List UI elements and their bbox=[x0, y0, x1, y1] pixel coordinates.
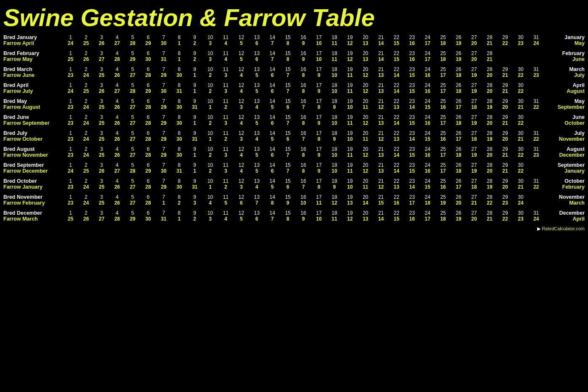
bred-day-31: 31 bbox=[530, 130, 543, 136]
bred-day-2: 2 bbox=[80, 162, 92, 168]
farrow-day-14: 7 bbox=[266, 40, 278, 46]
farrow-day-27: 19 bbox=[468, 72, 480, 78]
farrow-day-7: 30 bbox=[158, 88, 170, 94]
farrow-day-10: 1 bbox=[204, 104, 217, 110]
bred-day-30: 30 bbox=[514, 146, 527, 152]
bred-day-9: 9 bbox=[189, 162, 201, 168]
farrow-day-1: 24 bbox=[64, 40, 77, 46]
farrow-day-7: 29 bbox=[158, 72, 170, 78]
farrow-day-25: 17 bbox=[437, 168, 449, 174]
bred-day-9: 9 bbox=[189, 50, 201, 56]
bred-day-12: 12 bbox=[235, 114, 247, 120]
bred-day-11: 11 bbox=[220, 66, 232, 72]
bred-day-29: 29 bbox=[499, 114, 512, 120]
bred-day-31 bbox=[530, 114, 543, 120]
farrow-day-13: 5 bbox=[250, 168, 263, 174]
farrow-day-2: 26 bbox=[80, 56, 92, 62]
bred-day-31: 31 bbox=[530, 146, 543, 152]
bred-day-26: 26 bbox=[452, 194, 465, 200]
bred-day-31: 31 bbox=[530, 98, 543, 104]
farrow-day-13: 5 bbox=[250, 120, 263, 126]
farrow-day-10: 1 bbox=[204, 136, 217, 142]
bred-day-13: 13 bbox=[250, 66, 263, 72]
bred-day-14: 14 bbox=[266, 66, 278, 72]
bred-day-29: 29 bbox=[499, 210, 512, 216]
bred-day-12: 12 bbox=[235, 34, 247, 40]
farrow-day-2: 24 bbox=[80, 184, 92, 190]
bred-day-20: 20 bbox=[359, 130, 372, 136]
farrow-day-11: 2 bbox=[220, 136, 232, 142]
farrow-day-17: 9 bbox=[312, 88, 325, 94]
bred-day-16: 16 bbox=[297, 82, 310, 88]
farrow-day-29: 22 bbox=[499, 40, 512, 46]
bred-day-23: 23 bbox=[406, 66, 418, 72]
farrow-day-20: 14 bbox=[359, 200, 372, 206]
farrow-day-20: 12 bbox=[359, 168, 372, 174]
bred-day-2: 2 bbox=[80, 194, 92, 200]
farrow-day-30: 22 bbox=[514, 120, 527, 126]
bred-day-28: 28 bbox=[483, 50, 496, 56]
farrow-day-11: 4 bbox=[220, 56, 232, 62]
farrow-day-21: 14 bbox=[375, 40, 387, 46]
farrow-day-17: 9 bbox=[312, 120, 325, 126]
farrow-day-19: 12 bbox=[344, 56, 356, 62]
month-group-10: Bred October1234567891011121314151617181… bbox=[3, 178, 585, 190]
farrow-day-3: 25 bbox=[95, 184, 108, 190]
bred-day-15: 15 bbox=[281, 50, 294, 56]
farrow-row: Farrow March2526272829303112345678910111… bbox=[3, 216, 585, 222]
farrow-month-right: February bbox=[543, 184, 585, 190]
bred-day-16: 16 bbox=[297, 114, 310, 120]
farrow-day-4: 27 bbox=[111, 88, 123, 94]
farrow-day-5: 27 bbox=[126, 184, 139, 190]
farrow-day-5: 29 bbox=[126, 56, 139, 62]
bred-day-25: 25 bbox=[437, 34, 449, 40]
farrow-numbers: 2324252627282930311234567891011121314151… bbox=[64, 184, 543, 190]
farrow-day-6: 29 bbox=[142, 40, 155, 46]
bred-day-26: 26 bbox=[452, 130, 465, 136]
bred-day-21: 21 bbox=[375, 146, 387, 152]
farrow-day-5: 27 bbox=[126, 72, 139, 78]
bred-month-right: February bbox=[543, 50, 585, 56]
farrow-day-27: 18 bbox=[468, 136, 480, 142]
farrow-day-23: 14 bbox=[406, 104, 418, 110]
farrow-day-17: 9 bbox=[312, 72, 325, 78]
bred-day-30: 30 bbox=[514, 210, 527, 216]
bred-day-8: 8 bbox=[173, 66, 186, 72]
farrow-day-17: 11 bbox=[312, 200, 325, 206]
farrow-day-15: 6 bbox=[281, 104, 294, 110]
farrow-day-1: 23 bbox=[64, 184, 77, 190]
bred-day-18: 18 bbox=[328, 178, 341, 184]
farrow-day-25: 19 bbox=[437, 200, 449, 206]
farrow-day-2: 24 bbox=[80, 72, 92, 78]
bred-day-22: 22 bbox=[390, 178, 403, 184]
bred-day-3: 3 bbox=[95, 210, 108, 216]
farrow-numbers: 2425262728293031123456789101112131415161… bbox=[64, 88, 543, 94]
bred-day-31 bbox=[530, 82, 543, 88]
farrow-day-7: 29 bbox=[158, 184, 170, 190]
bred-day-4: 4 bbox=[111, 194, 123, 200]
bred-day-30: 30 bbox=[514, 162, 527, 168]
farrow-day-28: 20 bbox=[483, 88, 496, 94]
bred-day-28: 28 bbox=[483, 98, 496, 104]
farrow-month-right: July bbox=[543, 72, 585, 78]
bred-day-31: 31 bbox=[530, 178, 543, 184]
bred-day-19: 19 bbox=[344, 210, 356, 216]
farrow-day-8: 31 bbox=[173, 168, 186, 174]
bred-day-25: 25 bbox=[437, 194, 449, 200]
farrow-day-18: 11 bbox=[328, 216, 341, 222]
bred-day-7: 7 bbox=[158, 162, 170, 168]
farrow-day-6: 28 bbox=[142, 200, 155, 206]
farrow-day-3: 25 bbox=[95, 104, 108, 110]
bred-day-31: 31 bbox=[530, 66, 543, 72]
farrow-day-20: 13 bbox=[359, 40, 372, 46]
farrow-day-24: 15 bbox=[421, 104, 434, 110]
farrow-day-28: 20 bbox=[483, 72, 496, 78]
farrow-day-1: 24 bbox=[64, 88, 77, 94]
bred-day-31 bbox=[530, 194, 543, 200]
farrow-day-28: 21 bbox=[483, 216, 496, 222]
farrow-day-17: 10 bbox=[312, 216, 325, 222]
bred-day-6: 6 bbox=[142, 146, 155, 152]
bred-day-17: 17 bbox=[312, 130, 325, 136]
farrow-month-right: December bbox=[543, 152, 585, 158]
farrow-day-15: 7 bbox=[281, 88, 294, 94]
